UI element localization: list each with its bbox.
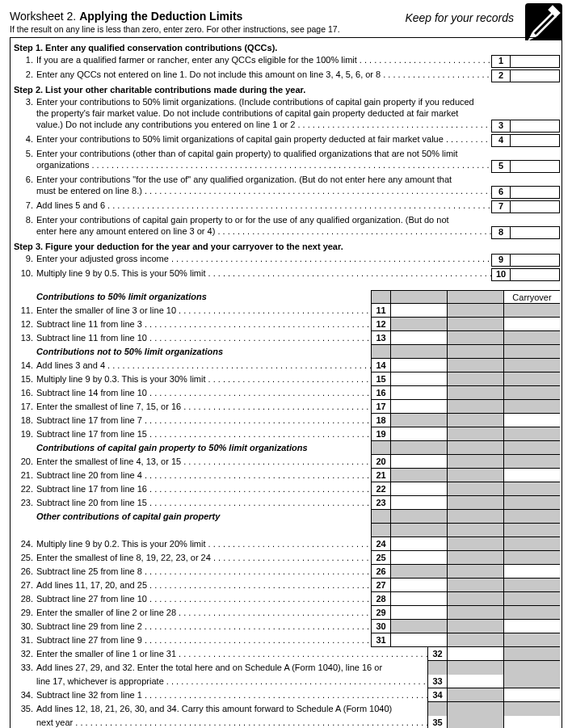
step-1-header: Step 1. Enter any qualified conservation… [14, 43, 560, 53]
line-12-carryover[interactable] [503, 318, 560, 331]
line-8: enter here any amount entered on line 3 … [14, 225, 560, 240]
line-6-input[interactable] [511, 186, 560, 199]
line-4: 4. Enter your contributions to 50% limit… [14, 133, 560, 148]
line-35-a: 35.Add lines 12, 18, 21, 26, 30, and 34.… [14, 702, 560, 716]
line-1-input[interactable] [511, 55, 560, 68]
carryover-header: Carryover [503, 290, 560, 304]
line-33-b: line 17, whichever is appropriate . . . … [14, 675, 560, 688]
section-c-header: Contributions of capital gain property t… [14, 441, 371, 455]
line-35-b: next year . . . . . . . . . . . . . . . … [14, 716, 560, 728]
line-10-input[interactable] [511, 268, 560, 281]
line-17: 17.Enter the smallest of line 7, 15, or … [14, 400, 560, 414]
line-8-input[interactable] [511, 226, 560, 239]
line-1-label: 1 [491, 55, 511, 68]
line-25: 25.Enter the smallest of line 8, 19, 22,… [14, 551, 560, 565]
line-21: 21.Subtract line 20 from line 4 . . . . … [14, 469, 560, 482]
worksheet-title: Worksheet 2. Applying the Deduction Limi… [10, 10, 242, 23]
section-d-header: Other contributions of capital gain prop… [14, 510, 371, 524]
line-5: organizations . . . . . . . . . . . . . … [14, 159, 560, 174]
line-2: 2. Enter any QCCs not entered on line 1.… [14, 69, 560, 83]
header: Worksheet 2. Applying the Deduction Limi… [10, 10, 562, 23]
line-19: 19.Subtract line 17 from line 15 . . . .… [14, 427, 560, 441]
line-31: 31.Subtract line 27 from line 9 . . . . … [14, 633, 560, 647]
line-30: 30.Subtract line 29 from line 2 . . . . … [14, 620, 560, 633]
line-9: 9. Enter your adjusted gross income . . … [14, 253, 560, 267]
line-15: 15.Multiply line 9 by 0.3. This is your … [14, 372, 560, 386]
line-4-input[interactable] [511, 134, 560, 147]
keep-records: Keep for your records [405, 11, 514, 24]
line-20: 20.Enter the smallest of line 4, 13, or … [14, 455, 560, 469]
line-32: 32.Enter the smaller of line 1 or line 3… [14, 647, 560, 661]
line-2-input[interactable] [511, 69, 560, 82]
line-3: value.) Do not include any contributions… [14, 119, 560, 133]
step-3-header: Step 3. Figure your deduction for the ye… [14, 242, 560, 251]
subnote: If the result on any line is less than z… [10, 24, 562, 34]
line-2-label: 2 [491, 69, 511, 82]
pen-icon [525, 3, 562, 40]
section-b-header: Contributions not to 50% limit organizat… [14, 345, 371, 359]
line-12: 12.Subtract line 11 from line 3 . . . . … [14, 318, 560, 331]
line-13-col1[interactable] [390, 331, 447, 345]
line-7: 7. Add lines 5 and 6 . . . . . . . . . .… [14, 200, 560, 214]
section-a-header: Contributions to 50% limit organizations [36, 290, 371, 304]
line-7-input[interactable] [511, 200, 560, 213]
line-29: 29.Enter the smaller of line 2 or line 2… [14, 606, 560, 620]
line-16: 16.Subtract line 14 from line 10 . . . .… [14, 386, 560, 400]
line-6: must be entered on line 8.) . . . . . . … [14, 185, 560, 200]
line-5-input[interactable] [511, 160, 560, 173]
line-33-a: 33.Add lines 27, 29, and 32. Enter the t… [14, 661, 560, 675]
step-2-header: Step 2. List your other charitable contr… [14, 85, 560, 95]
line-34: 34.Subtract line 32 from line 1 . . . . … [14, 688, 560, 702]
line-1: 1. If you are a qualified farmer or ranc… [14, 54, 560, 69]
line-13: 13.Subtract line 11 from line 10 . . . .… [14, 331, 560, 345]
line-18: 18.Subtract line 17 from line 7 . . . . … [14, 414, 560, 427]
line-11-col1[interactable] [390, 304, 447, 318]
line-26: 26.Subtract line 25 from line 8 . . . . … [14, 565, 560, 579]
line-27: 27.Add lines 11, 17, 20, and 25 . . . . … [14, 579, 560, 592]
line-28: 28.Subtract line 27 from line 10 . . . .… [14, 592, 560, 606]
carryover-header-row: Contributions to 50% limit organizations… [14, 290, 560, 304]
line-11: 11.Enter the smaller of line 3 or line 1… [14, 304, 560, 318]
worksheet-body: Step 1. Enter any qualified conservation… [10, 37, 562, 728]
line-10: 10. Multiply line 9 by 0.5. This is your… [14, 267, 560, 282]
line-14: 14.Add lines 3 and 4 . . . . . . . . . .… [14, 359, 560, 372]
line-9-input[interactable] [511, 254, 560, 267]
line-23: 23.Subtract line 20 from line 15 . . . .… [14, 496, 560, 510]
line-3-input[interactable] [511, 120, 560, 133]
line-22: 22.Subtract line 17 from line 16 . . . .… [14, 482, 560, 496]
line-24: 24.Multiply line 9 by 0.2. This is your … [14, 537, 560, 551]
